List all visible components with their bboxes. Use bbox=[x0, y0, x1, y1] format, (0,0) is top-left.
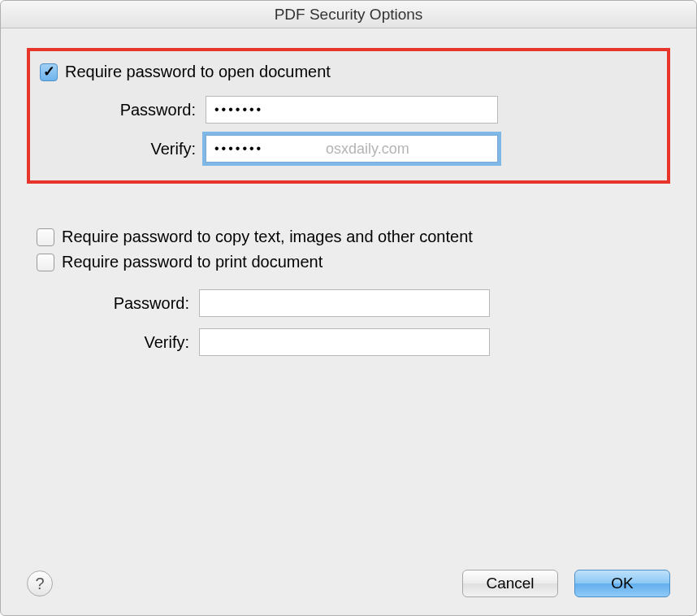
open-verify-label: Verify: bbox=[40, 140, 206, 158]
require-print-password-checkbox[interactable] bbox=[37, 254, 54, 271]
open-password-section: Require password to open document Passwo… bbox=[27, 48, 670, 184]
open-password-row: Password: bbox=[40, 96, 654, 124]
permission-password-section: Require password to copy text, images an… bbox=[27, 228, 670, 356]
dialog-title: PDF Security Options bbox=[275, 6, 423, 24]
require-open-password-checkbox[interactable] bbox=[40, 63, 58, 81]
open-verify-wrap: osxdaily.com bbox=[206, 135, 498, 163]
open-password-label: Password: bbox=[40, 101, 206, 119]
require-copy-password-label: Require password to copy text, images an… bbox=[62, 228, 473, 246]
require-copy-password-row: Require password to copy text, images an… bbox=[37, 228, 657, 246]
help-icon: ? bbox=[35, 575, 44, 593]
dialog-content: Require password to open document Passwo… bbox=[1, 28, 696, 384]
button-group: Cancel OK bbox=[462, 570, 670, 597]
perm-verify-row: Verify: bbox=[37, 328, 657, 356]
perm-verify-input[interactable] bbox=[199, 328, 490, 356]
require-open-password-row: Require password to open document bbox=[40, 63, 654, 81]
ok-button[interactable]: OK bbox=[574, 570, 670, 597]
help-button[interactable]: ? bbox=[27, 570, 53, 596]
open-password-input[interactable] bbox=[206, 96, 498, 124]
perm-fields: Password: Verify: bbox=[37, 289, 657, 356]
open-verify-row: Verify: osxdaily.com bbox=[40, 135, 654, 163]
require-copy-password-checkbox[interactable] bbox=[37, 228, 54, 246]
pdf-security-dialog: PDF Security Options Require password to… bbox=[0, 0, 697, 616]
perm-password-label: Password: bbox=[37, 294, 199, 313]
perm-verify-label: Verify: bbox=[37, 333, 199, 352]
require-print-password-label: Require password to print document bbox=[62, 253, 323, 271]
require-open-password-label: Require password to open document bbox=[65, 63, 331, 81]
cancel-button[interactable]: Cancel bbox=[462, 570, 558, 597]
dialog-footer: ? Cancel OK bbox=[27, 570, 670, 597]
perm-password-row: Password: bbox=[37, 289, 657, 317]
open-verify-input[interactable] bbox=[206, 135, 498, 163]
title-bar: PDF Security Options bbox=[1, 1, 696, 28]
perm-password-input[interactable] bbox=[199, 289, 490, 317]
require-print-password-row: Require password to print document bbox=[37, 253, 657, 271]
